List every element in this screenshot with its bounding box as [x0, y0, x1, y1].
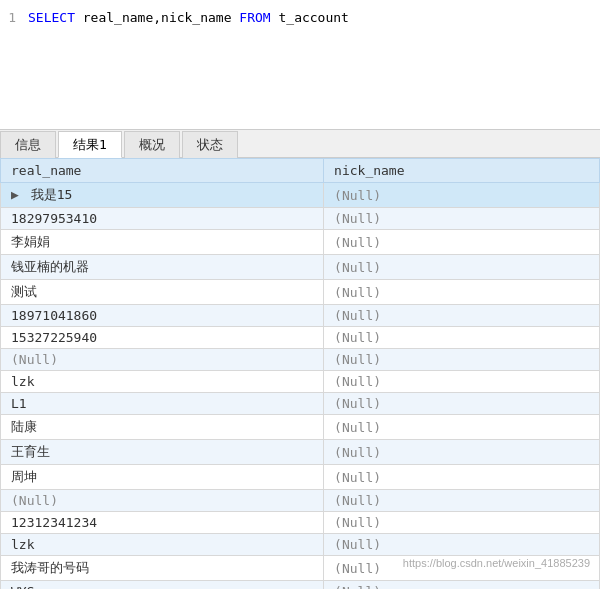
tab-info[interactable]: 信息: [0, 131, 56, 158]
table-row[interactable]: 15327225940(Null): [1, 327, 600, 349]
table-row[interactable]: 陆康(Null): [1, 415, 600, 440]
cell-real-name: WYS: [1, 581, 324, 590]
cell-real-name: (Null): [1, 349, 324, 371]
cell-nick-name: (Null): [324, 255, 600, 280]
results-table: real_name nick_name ▶ 我是15(Null)18297953…: [0, 158, 600, 589]
cell-nick-name: (Null): [324, 534, 600, 556]
cell-nick-name: (Null): [324, 440, 600, 465]
table-row[interactable]: 测试(Null): [1, 280, 600, 305]
cell-nick-name: (Null): [324, 305, 600, 327]
tabs-bar: 信息 结果1 概况 状态: [0, 130, 600, 158]
cell-real-name: 陆康: [1, 415, 324, 440]
table-row[interactable]: ▶ 我是15(Null): [1, 183, 600, 208]
table-row[interactable]: lzk(Null): [1, 371, 600, 393]
tab-overview[interactable]: 概况: [124, 131, 180, 158]
cell-real-name: ▶ 我是15: [1, 183, 324, 208]
tab-results[interactable]: 结果1: [58, 131, 122, 158]
cell-real-name: 18297953410: [1, 208, 324, 230]
row-indicator: ▶: [11, 187, 31, 202]
cell-real-name: lzk: [1, 371, 324, 393]
cell-real-name: 15327225940: [1, 327, 324, 349]
cell-nick-name: (Null): [324, 465, 600, 490]
cell-real-name: 周坤: [1, 465, 324, 490]
cell-real-name: 我涛哥的号码: [1, 556, 324, 581]
table-name: t_account: [278, 10, 348, 25]
table-row[interactable]: 李娟娟(Null): [1, 230, 600, 255]
cell-real-name: 测试: [1, 280, 324, 305]
cell-real-name: 12312341234: [1, 512, 324, 534]
sql-code: SELECT real_name,nick_name FROM t_accoun…: [24, 6, 353, 29]
keyword-from: FROM: [239, 10, 270, 25]
col-header-real-name: real_name: [1, 159, 324, 183]
table-row[interactable]: 12312341234(Null): [1, 512, 600, 534]
cell-nick-name: (Null): [324, 349, 600, 371]
tab-status[interactable]: 状态: [182, 131, 238, 158]
table-row[interactable]: (Null)(Null): [1, 490, 600, 512]
table-body: ▶ 我是15(Null)18297953410(Null)李娟娟(Null)钱亚…: [1, 183, 600, 590]
table-row[interactable]: 周坤(Null): [1, 465, 600, 490]
cell-nick-name: (Null): [324, 327, 600, 349]
cell-nick-name: (Null): [324, 490, 600, 512]
cell-real-name: lzk: [1, 534, 324, 556]
cell-real-name: (Null): [1, 490, 324, 512]
col-header-nick-name: nick_name: [324, 159, 600, 183]
cell-real-name: 李娟娟: [1, 230, 324, 255]
cell-nick-name: (Null): [324, 183, 600, 208]
sql-editor[interactable]: 1 SELECT real_name,nick_name FROM t_acco…: [0, 0, 600, 130]
cell-nick-name: (Null): [324, 280, 600, 305]
cell-nick-name: (Null): [324, 393, 600, 415]
table-row[interactable]: WYS(Null): [1, 581, 600, 590]
cell-nick-name: (Null): [324, 415, 600, 440]
table-header-row: real_name nick_name: [1, 159, 600, 183]
line-number: 1: [0, 6, 24, 29]
table-row[interactable]: lzk(Null): [1, 534, 600, 556]
table-row[interactable]: 18297953410(Null): [1, 208, 600, 230]
cell-nick-name: (Null): [324, 581, 600, 590]
watermark: https://blog.csdn.net/weixin_41885239: [403, 557, 590, 569]
cell-nick-name: (Null): [324, 512, 600, 534]
table-row[interactable]: 钱亚楠的机器(Null): [1, 255, 600, 280]
results-container: real_name nick_name ▶ 我是15(Null)18297953…: [0, 158, 600, 589]
cell-nick-name: (Null): [324, 230, 600, 255]
cell-real-name: 18971041860: [1, 305, 324, 327]
cell-real-name: 王育生: [1, 440, 324, 465]
table-row[interactable]: 18971041860(Null): [1, 305, 600, 327]
column-names: real_name,nick_name: [83, 10, 232, 25]
keyword-select: SELECT: [28, 10, 75, 25]
cell-nick-name: (Null): [324, 208, 600, 230]
cell-real-name: 钱亚楠的机器: [1, 255, 324, 280]
cell-nick-name: (Null): [324, 371, 600, 393]
table-row[interactable]: 王育生(Null): [1, 440, 600, 465]
table-row[interactable]: L1(Null): [1, 393, 600, 415]
table-row[interactable]: (Null)(Null): [1, 349, 600, 371]
cell-real-name: L1: [1, 393, 324, 415]
